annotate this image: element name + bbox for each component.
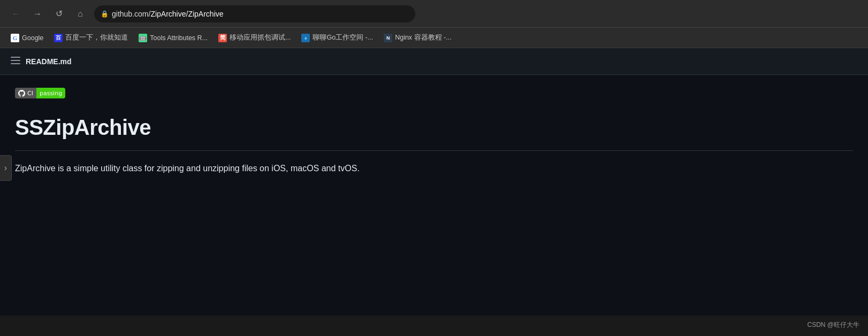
google-favicon: G: [11, 34, 19, 42]
bookmark-nginx[interactable]: N Nginx 容器教程 -...: [379, 31, 456, 44]
browser-chrome: ← → ↺ ⌂ 🔒 github.com/ZipArchive/ZipArchi…: [0, 0, 868, 48]
page-content: README.md CI passing SSZipArchive ZipArc…: [0, 48, 868, 316]
bookmark-google-label: Google: [22, 34, 43, 42]
bookmark-tools[interactable]: 🤖 Tools Attributes R...: [134, 32, 212, 44]
bookmark-tools-label: Tools Attributes R...: [150, 34, 208, 42]
forward-button[interactable]: →: [30, 6, 45, 21]
sidebar-toggle[interactable]: ›: [0, 155, 12, 181]
watermark: CSDN @旺仔大牛: [807, 320, 859, 330]
address-bar[interactable]: 🔒 github.com/ZipArchive/ZipArchive: [94, 5, 415, 22]
description-text: ZipArchive is a simple utility class for…: [15, 162, 853, 175]
lock-icon: 🔒: [101, 10, 109, 18]
github-octocat-icon: [18, 90, 25, 97]
badge-right: passing: [36, 88, 65, 98]
readme-lines-icon: [11, 56, 20, 67]
bookmark-go[interactable]: ♦ 聊聊Go工作空间 -...: [297, 31, 377, 44]
readme-header: README.md: [0, 48, 868, 75]
jian-favicon: 简: [218, 34, 227, 42]
badge-container: CI passing: [15, 88, 853, 98]
readme-body: CI passing SSZipArchive ZipArchive is a …: [0, 75, 868, 188]
go-favicon: ♦: [301, 34, 310, 42]
bookmark-go-label: 聊聊Go工作空间 -...: [313, 33, 373, 42]
badge-ci-label: CI: [27, 90, 33, 97]
address-text: github.com/ZipArchive/ZipArchive: [112, 10, 409, 18]
baidu-favicon: 百: [54, 34, 63, 42]
svg-rect-1: [11, 60, 20, 61]
bookmark-jian-label: 移动应用抓包调试...: [230, 33, 291, 42]
bookmarks-bar: G Google 百 百度一下，你就知道 🤖 Tools Attributes …: [0, 28, 868, 48]
bookmark-baidu[interactable]: 百 百度一下，你就知道: [50, 31, 132, 44]
bookmark-nginx-label: Nginx 容器教程 -...: [395, 33, 452, 42]
nginx-favicon: N: [384, 34, 392, 42]
ci-badge[interactable]: CI passing: [15, 88, 65, 98]
readme-title: README.md: [26, 57, 72, 66]
reload-button[interactable]: ↺: [51, 6, 66, 21]
tools-favicon: 🤖: [139, 34, 147, 42]
address-bar-row: ← → ↺ ⌂ 🔒 github.com/ZipArchive/ZipArchi…: [0, 0, 868, 28]
main-title: SSZipArchive: [15, 116, 853, 140]
bookmark-baidu-label: 百度一下，你就知道: [65, 33, 128, 42]
svg-rect-0: [11, 57, 20, 58]
home-button[interactable]: ⌂: [73, 6, 88, 21]
bookmark-google[interactable]: G Google: [6, 32, 48, 44]
section-divider: [15, 150, 853, 151]
badge-left: CI: [15, 88, 36, 98]
chevron-right-icon: ›: [4, 163, 7, 173]
bookmark-jian[interactable]: 简 移动应用抓包调试...: [214, 31, 295, 44]
svg-rect-2: [11, 63, 20, 64]
back-button[interactable]: ←: [9, 6, 24, 21]
